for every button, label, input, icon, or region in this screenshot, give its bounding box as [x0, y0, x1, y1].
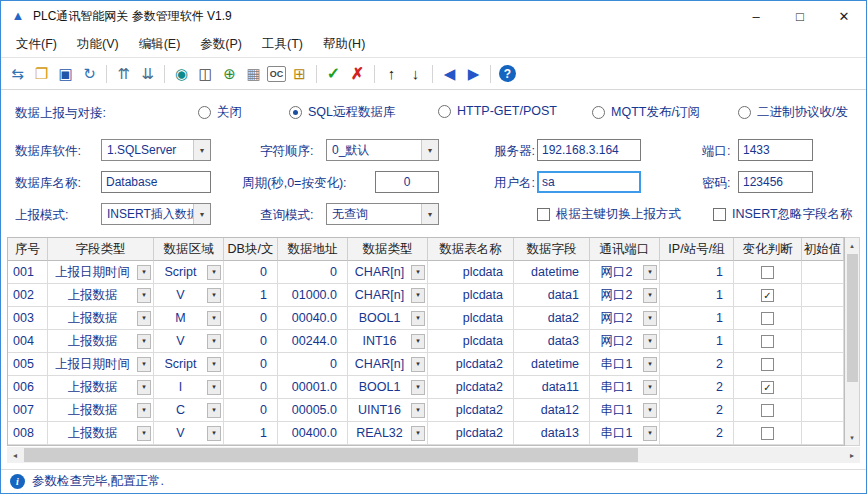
- cell-row-no[interactable]: 006: [8, 376, 48, 399]
- chevron-down-icon[interactable]: ▾: [411, 311, 425, 326]
- cell-field-type[interactable]: 上报数据 ▾: [48, 307, 154, 330]
- cell-table-name[interactable]: plcdata2: [428, 376, 514, 399]
- upload-device-icon[interactable]: ⇈: [113, 63, 134, 84]
- cell-comm-port[interactable]: 网口2 ▾: [590, 284, 660, 307]
- cell-initial-value[interactable]: [802, 353, 844, 376]
- chevron-down-icon[interactable]: ▾: [137, 311, 151, 326]
- prev-icon[interactable]: ◀: [439, 63, 460, 84]
- query-mode-select[interactable]: 无查询 ▾: [326, 203, 439, 225]
- cell-data-area[interactable]: V ▾: [154, 330, 224, 353]
- cell-row-no[interactable]: 008: [8, 422, 48, 445]
- chevron-down-icon[interactable]: ▾: [411, 288, 425, 303]
- cell-table-name[interactable]: plcdata2: [428, 353, 514, 376]
- cell-data-field[interactable]: data1: [514, 284, 590, 307]
- cell-data-area[interactable]: I ▾: [154, 376, 224, 399]
- cell-data-area[interactable]: V ▾: [154, 422, 224, 445]
- cell-comm-port[interactable]: 串口1 ▾: [590, 353, 660, 376]
- cell-row-no[interactable]: 002: [8, 284, 48, 307]
- db-name-input[interactable]: [101, 171, 211, 193]
- cell-change-detect[interactable]: [734, 399, 802, 422]
- cell-comm-port[interactable]: 串口1 ▾: [590, 399, 660, 422]
- cell-table-name[interactable]: plcdata: [428, 307, 514, 330]
- chevron-down-icon[interactable]: ▾: [411, 357, 425, 372]
- chevron-down-icon[interactable]: ▾: [207, 357, 221, 372]
- cell-station[interactable]: 2: [660, 399, 734, 422]
- change-detect-checkbox[interactable]: [761, 427, 774, 440]
- cell-data-type[interactable]: CHAR[n] ▾: [348, 261, 428, 284]
- v-scrollbar[interactable]: ▴ ▾: [845, 237, 860, 446]
- cell-data-address[interactable]: 00005.0: [278, 399, 348, 422]
- help-icon[interactable]: ?: [499, 65, 516, 82]
- minimize-button[interactable]: –: [734, 1, 778, 31]
- chevron-down-icon[interactable]: ▾: [643, 288, 657, 303]
- change-detect-checkbox[interactable]: [761, 266, 774, 279]
- cell-field-type[interactable]: 上报日期时间 ▾: [48, 353, 154, 376]
- calendar-icon[interactable]: ⊞: [289, 63, 310, 84]
- cell-change-detect[interactable]: [734, 330, 802, 353]
- cell-initial-value[interactable]: [802, 330, 844, 353]
- open-icon[interactable]: ❐: [31, 63, 52, 84]
- apply-icon[interactable]: ✓: [323, 63, 344, 84]
- chevron-down-icon[interactable]: ▾: [207, 426, 221, 441]
- monitor-search-icon[interactable]: ◫: [195, 63, 216, 84]
- cell-data-address[interactable]: 00400.0: [278, 422, 348, 445]
- cell-data-address[interactable]: 00040.0: [278, 307, 348, 330]
- cell-station[interactable]: 1: [660, 330, 734, 353]
- chevron-down-icon[interactable]: ▾: [411, 403, 425, 418]
- password-input[interactable]: [738, 171, 813, 193]
- chevron-down-icon[interactable]: ▾: [137, 380, 151, 395]
- chevron-down-icon[interactable]: ▾: [193, 204, 210, 224]
- cell-data-type[interactable]: UINT16 ▾: [348, 399, 428, 422]
- change-detect-checkbox[interactable]: [761, 289, 774, 302]
- cell-station[interactable]: 1: [660, 284, 734, 307]
- chevron-down-icon[interactable]: ▾: [643, 265, 657, 280]
- cell-data-field[interactable]: data3: [514, 330, 590, 353]
- cell-data-area[interactable]: V ▾: [154, 284, 224, 307]
- cell-db-block[interactable]: 1: [224, 422, 278, 445]
- cell-data-area[interactable]: C ▾: [154, 399, 224, 422]
- cell-data-field[interactable]: datetime: [514, 261, 590, 284]
- cell-db-block[interactable]: 0: [224, 353, 278, 376]
- cell-data-type[interactable]: CHAR[n] ▾: [348, 353, 428, 376]
- cell-row-no[interactable]: 004: [8, 330, 48, 353]
- chevron-down-icon[interactable]: ▾: [137, 357, 151, 372]
- cell-comm-port[interactable]: 网口2 ▾: [590, 330, 660, 353]
- cell-initial-value[interactable]: [802, 284, 844, 307]
- cell-initial-value[interactable]: [802, 422, 844, 445]
- cell-row-no[interactable]: 001: [8, 261, 48, 284]
- save-icon[interactable]: ▣: [55, 63, 76, 84]
- port-input[interactable]: [738, 139, 813, 161]
- cell-comm-port[interactable]: 串口1 ▾: [590, 422, 660, 445]
- radio-option-close[interactable]: 关闭: [198, 104, 242, 121]
- menu-item-function[interactable]: 功能(V): [67, 32, 129, 57]
- cell-db-block[interactable]: 1: [224, 284, 278, 307]
- period-input[interactable]: [375, 171, 439, 193]
- chevron-down-icon[interactable]: ▾: [207, 311, 221, 326]
- cell-data-address[interactable]: 0: [278, 261, 348, 284]
- change-detect-checkbox[interactable]: [761, 404, 774, 417]
- chevron-down-icon[interactable]: ▾: [207, 288, 221, 303]
- cell-data-address[interactable]: 01000.0: [278, 284, 348, 307]
- cell-table-name[interactable]: plcdata: [428, 330, 514, 353]
- radio-option-mqtt[interactable]: MQTT发布/订阅: [592, 104, 700, 121]
- cancel-icon[interactable]: ✗: [347, 63, 368, 84]
- report-mode-select[interactable]: INSERT插入数据 ▾: [101, 203, 211, 225]
- cell-data-type[interactable]: BOOL1 ▾: [348, 376, 428, 399]
- cell-data-field[interactable]: data13: [514, 422, 590, 445]
- chevron-down-icon[interactable]: ▾: [411, 426, 425, 441]
- chevron-down-icon[interactable]: ▾: [137, 265, 151, 280]
- cell-field-type[interactable]: 上报数据 ▾: [48, 422, 154, 445]
- maximize-button[interactable]: □: [778, 1, 822, 31]
- cell-data-area[interactable]: Script ▾: [154, 261, 224, 284]
- cell-data-address[interactable]: 00001.0: [278, 376, 348, 399]
- cell-change-detect[interactable]: [734, 353, 802, 376]
- insert-ignore-checkbox[interactable]: INSERT忽略字段名称: [713, 206, 853, 223]
- cell-row-no[interactable]: 007: [8, 399, 48, 422]
- cell-initial-value[interactable]: [802, 261, 844, 284]
- chevron-down-icon[interactable]: ▾: [411, 265, 425, 280]
- menu-item-tools[interactable]: 工具(T): [252, 32, 313, 57]
- chevron-down-icon[interactable]: ▾: [643, 311, 657, 326]
- cell-field-type[interactable]: 上报日期时间 ▾: [48, 261, 154, 284]
- cell-station[interactable]: 2: [660, 353, 734, 376]
- cell-db-block[interactable]: 0: [224, 330, 278, 353]
